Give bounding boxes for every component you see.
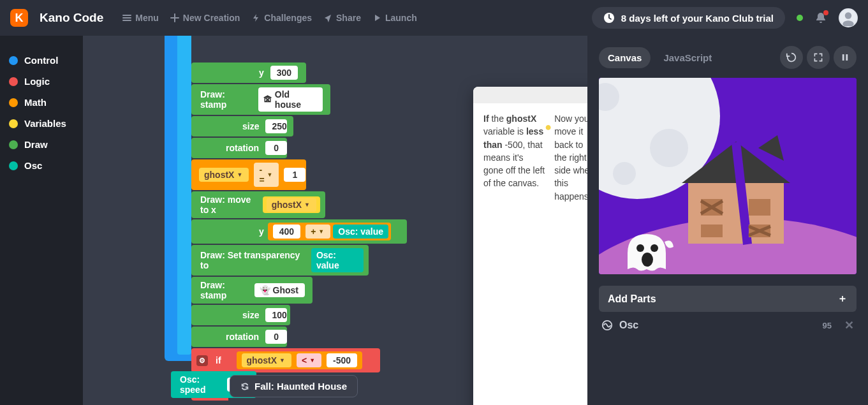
- delete-part-button[interactable]: ✕: [844, 318, 854, 332]
- field-rot-0[interactable]: 0: [265, 141, 287, 155]
- field-size-100[interactable]: 100: [265, 308, 287, 322]
- slot-math-add[interactable]: 400 + ▼ Osc: value: [268, 223, 391, 240]
- block-editor[interactable]: y 300 Draw: stamp 🏚 Old house size 250 r…: [83, 36, 587, 405]
- sidebar-item-variables[interactable]: Variables: [0, 113, 83, 134]
- op-dropdown[interactable]: -= ▼: [254, 163, 279, 187]
- block-draw-size[interactable]: size 250: [191, 116, 293, 136]
- control-cblock[interactable]: [165, 36, 191, 361]
- block-logic-if[interactable]: ⚙ if ghostX ▼ < ▼ -500 do: [191, 348, 380, 372]
- var-ghostx-dropdown[interactable]: ghostX ▼: [242, 353, 291, 367]
- add-parts-button[interactable]: Add Parts ＋: [599, 286, 857, 312]
- plus-icon: ＋: [837, 292, 848, 306]
- block-math-ghostx-dec[interactable]: ghostX ▼ -= ▼ 1: [191, 159, 306, 190]
- sidebar-item-label: Osc: [24, 160, 42, 171]
- block-osc-value[interactable]: Osc: value: [311, 248, 364, 272]
- svg-rect-7: [846, 54, 848, 61]
- field-rot-0b[interactable]: 0: [265, 330, 287, 344]
- trial-pill[interactable]: 8 days left of your Kano Club trial: [592, 7, 785, 29]
- slot-compare[interactable]: ghostX ▼ < ▼ -500: [237, 351, 363, 369]
- svg-rect-20: [701, 225, 723, 237]
- block-draw-rotation[interactable]: rotation 0: [191, 138, 287, 158]
- challenges-label: Challenges: [264, 13, 312, 23]
- tip-paragraph-1: If the ghostX variable is less than -500…: [483, 112, 545, 405]
- sidebar-item-label: Logic: [24, 76, 50, 87]
- avatar[interactable]: [839, 8, 858, 27]
- sidebar-item-osc[interactable]: Osc: [0, 155, 83, 176]
- bullet-icon: [9, 140, 18, 149]
- osc-icon: [601, 320, 613, 331]
- bullet-icon: [9, 77, 18, 86]
- field-one[interactable]: 1: [284, 168, 305, 182]
- connection-status-dot: [797, 15, 803, 21]
- stamp-ghost-dropdown[interactable]: 👻 Ghost: [254, 283, 305, 297]
- app-logo: K: [10, 9, 28, 27]
- block-label: if: [212, 355, 225, 365]
- svg-point-22: [636, 244, 644, 252]
- block-draw-movetox[interactable]: Draw: move to x ghostX ▼: [191, 191, 325, 218]
- sidebar-item-math[interactable]: Math: [0, 92, 83, 113]
- block-label: y: [255, 226, 268, 237]
- preview-tabs: Canvas JavaScript: [599, 46, 857, 69]
- sidebar-item-draw[interactable]: Draw: [0, 134, 83, 155]
- tutorial-tip: If the ghostX variable is less than -500…: [473, 87, 587, 405]
- bolt-icon: [251, 13, 260, 22]
- app-name: Kano Code: [40, 11, 103, 25]
- field-400[interactable]: 400: [273, 225, 300, 239]
- menu-button[interactable]: Menu: [122, 13, 159, 23]
- block-draw-y2[interactable]: y 400 + ▼ Osc: value: [191, 219, 407, 244]
- restart-button[interactable]: [780, 46, 803, 69]
- project-name-pill[interactable]: Fall: Haunted House: [230, 375, 358, 397]
- field-neg500[interactable]: -500: [327, 353, 357, 367]
- fullscreen-button[interactable]: [807, 46, 830, 69]
- block-draw-stamp-ghost[interactable]: Draw: stamp 👻 Ghost: [191, 277, 313, 304]
- share-icon: [323, 13, 332, 22]
- op-plus-dropdown[interactable]: + ▼: [305, 225, 330, 239]
- launch-label: Launch: [385, 13, 417, 23]
- gear-icon[interactable]: ⚙: [196, 355, 208, 366]
- svg-point-11: [650, 129, 688, 167]
- block-draw-size2[interactable]: size 100: [191, 305, 290, 325]
- challenges-button[interactable]: Challenges: [251, 13, 312, 23]
- sidebar-item-label: Draw: [24, 139, 48, 150]
- tab-canvas[interactable]: Canvas: [599, 47, 651, 68]
- sparkle-icon: [170, 13, 179, 22]
- field-size-250[interactable]: 250: [265, 119, 287, 133]
- block-osc-value[interactable]: Osc: value: [333, 225, 388, 239]
- canvas-preview: [599, 78, 857, 274]
- notifications-button[interactable]: [814, 11, 827, 24]
- var-ghostx-dropdown[interactable]: ghostX ▼: [267, 198, 316, 212]
- tip-header: [473, 87, 587, 103]
- svg-point-23: [651, 244, 658, 252]
- sidebar-item-control[interactable]: Control: [0, 50, 83, 71]
- launch-button[interactable]: Launch: [372, 13, 417, 23]
- svg-rect-19: [749, 199, 770, 216]
- stamp-oldhouse-dropdown[interactable]: 🏚 Old house: [258, 87, 323, 112]
- pause-button[interactable]: [834, 46, 857, 69]
- new-creation-button[interactable]: New Creation: [170, 13, 240, 23]
- menu-button-label: Menu: [135, 13, 159, 23]
- sidebar-item-logic[interactable]: Logic: [0, 71, 83, 92]
- slot-ghostx: ghostX ▼: [263, 196, 320, 213]
- new-creation-label: New Creation: [183, 13, 240, 23]
- bullet-icon: [9, 56, 18, 65]
- bullet-icon: [9, 161, 18, 170]
- block-label: rotation: [222, 332, 263, 342]
- block-label: Draw: stamp: [196, 89, 256, 110]
- refresh-icon: [240, 382, 249, 391]
- var-ghostx-dropdown[interactable]: ghostX ▼: [199, 168, 249, 182]
- share-button[interactable]: Share: [323, 13, 361, 23]
- op-lt-dropdown[interactable]: < ▼: [297, 353, 321, 367]
- block-draw-y[interactable]: y 300: [191, 63, 306, 83]
- part-row-osc[interactable]: Osc 95 ✕: [599, 312, 857, 339]
- sidebar-item-label: Variables: [24, 118, 66, 129]
- sidebar-item-label: Control: [24, 55, 58, 66]
- svg-point-12: [613, 162, 636, 185]
- block-label: Draw: Set transparency to: [196, 250, 307, 270]
- field-y-300[interactable]: 300: [270, 66, 298, 80]
- bullet-icon: [9, 98, 18, 107]
- block-draw-transparency[interactable]: Draw: Set transparency to Osc: value: [191, 245, 369, 276]
- block-draw-stamp-oldhouse[interactable]: Draw: stamp 🏚 Old house: [191, 84, 330, 115]
- tab-javascript[interactable]: JavaScript: [654, 47, 721, 68]
- block-draw-rotation2[interactable]: rotation 0: [191, 327, 287, 347]
- svg-point-24: [642, 253, 653, 267]
